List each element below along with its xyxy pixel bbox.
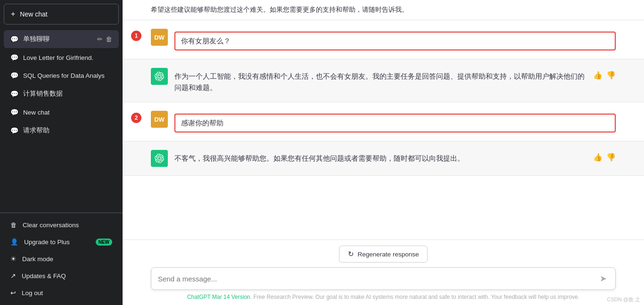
sidebar-bottom: 🗑 Clear conversations 👤 Upgrade to Plus … bbox=[0, 213, 123, 305]
sidebar-bottom-clear[interactable]: 🗑 Clear conversations bbox=[4, 217, 119, 233]
footer: ChatGPT Mar 14 Version. Free Research Pr… bbox=[151, 294, 616, 302]
main-panel: 希望这些建议能够帮助您渡过这个难关。如果您需要更多的支持和帮助，请随时告诉我。 … bbox=[123, 0, 644, 305]
message-content: 感谢你的帮助 bbox=[174, 111, 616, 132]
updates-icon: ↗ bbox=[10, 272, 16, 280]
sidebar-item-left: New chat bbox=[10, 108, 112, 116]
message-row-msg1-reply: 作为一个人工智能，我没有感情和个人生活，也不会有女朋友。我的主要任务是回答问题、… bbox=[123, 59, 644, 102]
plus-icon bbox=[11, 10, 15, 18]
message-row-msg2: 2 DW 感谢你的帮助 bbox=[123, 102, 644, 141]
edit-icon[interactable]: ✏ bbox=[97, 35, 103, 43]
messages-container: 1 DW 你有女朋友么？ 作为一个人工智能，我没有感情和个人生活，也不会有女朋友… bbox=[123, 20, 644, 176]
sidebar-item-left: 单独聊聊 bbox=[10, 35, 97, 43]
chat-icon bbox=[10, 127, 18, 134]
bottom-item-label: Updates & FAQ bbox=[22, 272, 66, 280]
sidebar-item-left: SQL Queries for Data Analys bbox=[10, 72, 112, 79]
bottom-item-label: Clear conversations bbox=[23, 222, 79, 229]
sidebar-bottom-dark[interactable]: ☀ Dark mode bbox=[4, 250, 119, 267]
bottom-area: Regenerate response ➤ ChatGPT Mar 14 Ver… bbox=[123, 239, 644, 305]
sidebar-bottom-logout[interactable]: ↩ Log out bbox=[4, 284, 119, 301]
context-text: 希望这些建议能够帮助您渡过这个难关。如果您需要更多的支持和帮助，请随时告诉我。 bbox=[151, 6, 408, 13]
assistant-avatar bbox=[151, 68, 168, 85]
message-row-msg2-reply: 不客气，我很高兴能够帮助您。如果您有任何其他问题或者需要帮助，随时都可以向我提出… bbox=[123, 141, 644, 176]
new-chat-label: New chat bbox=[20, 10, 47, 18]
message-actions: 👍 👎 bbox=[593, 150, 616, 162]
regenerate-icon bbox=[348, 250, 354, 258]
sidebar-item-label: Love Letter for Girlfriend. bbox=[23, 54, 93, 61]
dark-icon: ☀ bbox=[10, 255, 17, 263]
message-content: 作为一个人工智能，我没有感情和个人生活，也不会有女朋友。我的主要任务是回答问题、… bbox=[174, 68, 586, 93]
sidebar-item-dandujuliao[interactable]: 单独聊聊 ✏ 🗑 bbox=[4, 30, 119, 48]
sidebar-item-actions: ✏ 🗑 bbox=[97, 35, 112, 43]
regenerate-button[interactable]: Regenerate response bbox=[339, 246, 428, 263]
logout-icon: ↩ bbox=[10, 289, 16, 297]
sidebar-bottom-upgrade[interactable]: 👤 Upgrade to Plus NEW bbox=[4, 233, 119, 250]
message-row-msg1: 1 DW 你有女朋友么？ bbox=[123, 20, 644, 59]
message-number: 2 bbox=[131, 113, 141, 123]
footer-link[interactable]: ChatGPT Mar 14 Version bbox=[187, 294, 250, 300]
new-chat-button[interactable]: New chat bbox=[4, 4, 119, 25]
clear-icon: 🗑 bbox=[10, 222, 17, 229]
highlighted-message: 你有女朋友么？ bbox=[174, 32, 616, 50]
context-message: 希望这些建议能够帮助您渡过这个难关。如果您需要更多的支持和帮助，请随时告诉我。 bbox=[123, 0, 644, 20]
thumb-up-icon[interactable]: 👍 bbox=[593, 71, 603, 80]
sidebar-item-label: SQL Queries for Data Analys bbox=[23, 72, 105, 79]
sidebar: New chat 单独聊聊 ✏ 🗑 Love Letter for Girlfr… bbox=[0, 0, 123, 305]
sidebar-bottom-updates[interactable]: ↗ Updates & FAQ bbox=[4, 267, 119, 284]
chat-area: 希望这些建议能够帮助您渡过这个难关。如果您需要更多的支持和帮助，请随时告诉我。 … bbox=[123, 0, 644, 239]
thumb-down-icon[interactable]: 👎 bbox=[606, 71, 616, 80]
new-badge: NEW bbox=[96, 239, 112, 246]
chat-icon bbox=[10, 35, 18, 43]
trash-icon[interactable]: 🗑 bbox=[106, 35, 112, 43]
sidebar-item-label: 计算销售数据 bbox=[23, 90, 63, 98]
sidebar-item-left: Love Letter for Girlfriend. bbox=[10, 54, 112, 61]
sidebar-top: New chat bbox=[0, 0, 123, 28]
conversations-list: 单独聊聊 ✏ 🗑 Love Letter for Girlfriend. SQL… bbox=[0, 28, 123, 213]
regenerate-row: Regenerate response bbox=[151, 246, 616, 263]
chat-icon bbox=[10, 54, 18, 61]
user-avatar: DW bbox=[151, 29, 168, 46]
chat-icon bbox=[10, 72, 18, 79]
highlighted-message: 感谢你的帮助 bbox=[174, 114, 616, 132]
thumb-up-icon[interactable]: 👍 bbox=[593, 153, 603, 162]
sidebar-item-label: New chat bbox=[23, 109, 50, 116]
sidebar-item-sql-queries[interactable]: SQL Queries for Data Analys bbox=[4, 67, 119, 84]
message-actions: 👍 👎 bbox=[593, 68, 616, 80]
footer-text: . Free Research Preview. Our goal is to … bbox=[250, 294, 579, 300]
bottom-item-label: Upgrade to Plus bbox=[24, 239, 70, 246]
sidebar-item-left: 计算销售数据 bbox=[10, 90, 112, 98]
chat-icon bbox=[10, 90, 18, 98]
sidebar-item-new-chat[interactable]: New chat bbox=[4, 104, 119, 121]
thumb-down-icon[interactable]: 👎 bbox=[606, 153, 616, 162]
sidebar-item-label: 单独聊聊 bbox=[23, 35, 50, 43]
message-content: 你有女朋友么？ bbox=[174, 29, 616, 50]
user-avatar: DW bbox=[151, 111, 168, 128]
bottom-item-label: Log out bbox=[22, 289, 43, 297]
watermark: CSDN @敌 之 bbox=[607, 296, 640, 303]
chat-input[interactable] bbox=[158, 275, 598, 283]
chat-icon bbox=[10, 108, 18, 116]
input-row: ➤ bbox=[151, 267, 616, 290]
bottom-item-label: Dark mode bbox=[22, 256, 53, 263]
sidebar-item-left: 请求帮助 bbox=[10, 126, 112, 135]
upgrade-icon: 👤 bbox=[10, 238, 18, 246]
message-number: 1 bbox=[131, 31, 141, 41]
message-content: 不客气，我很高兴能够帮助您。如果您有任何其他问题或者需要帮助，随时都可以向我提出… bbox=[174, 150, 586, 164]
sidebar-item-love-letter[interactable]: Love Letter for Girlfriend. bbox=[4, 49, 119, 66]
regenerate-label: Regenerate response bbox=[358, 251, 419, 258]
sidebar-item-label: 请求帮助 bbox=[23, 126, 50, 135]
send-button[interactable]: ➤ bbox=[598, 273, 609, 284]
assistant-avatar bbox=[151, 150, 168, 167]
sidebar-item-jisuanxiaoshou[interactable]: 计算销售数据 bbox=[4, 85, 119, 103]
sidebar-item-qiuqiubangzhu[interactable]: 请求帮助 bbox=[4, 122, 119, 140]
